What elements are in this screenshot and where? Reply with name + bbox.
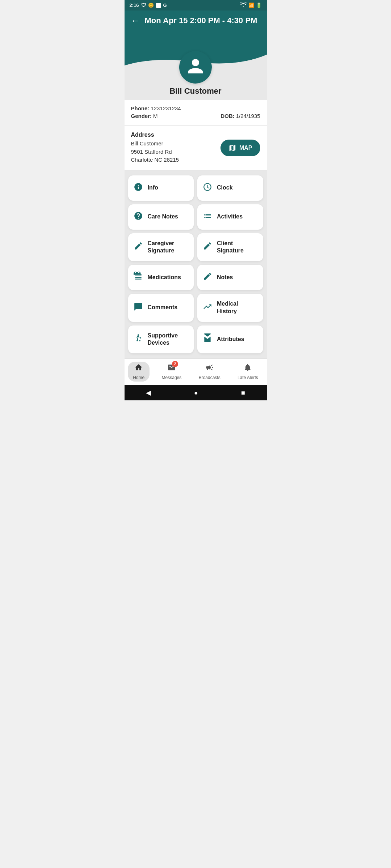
activities-label: Activities: [217, 213, 243, 221]
face-icon: 😊: [148, 3, 154, 8]
patient-name: Bill Customer: [169, 86, 221, 96]
dob-value: 1/24/1935: [236, 113, 260, 119]
grid-item-client-signature[interactable]: Client Signature: [197, 233, 263, 261]
phone-value: 1231231234: [151, 105, 181, 111]
info-label: Info: [148, 184, 158, 192]
wifi-icon: [240, 2, 247, 8]
map-button[interactable]: MAP: [220, 140, 260, 156]
care-notes-icon: [133, 211, 143, 223]
profile-section: Bill Customer: [125, 67, 267, 100]
caregiver-signature-label: Caregiver Signature: [148, 240, 189, 255]
grid-item-activities[interactable]: Activities: [197, 204, 263, 230]
grid-item-attributes[interactable]: Attributes: [197, 326, 263, 354]
grid-item-care-notes[interactable]: Care Notes: [128, 204, 194, 230]
nav-late-alerts[interactable]: Late Alerts: [232, 362, 263, 382]
g-icon: G: [163, 3, 167, 8]
clock-label: Clock: [217, 184, 233, 192]
address-line1: Bill Customer: [131, 140, 179, 148]
status-bar: 2:16 🛡 😊 G 📶 🔋: [125, 0, 267, 10]
nav-messages[interactable]: 2 Messages: [157, 362, 187, 382]
grid-item-medications[interactable]: Medications: [128, 265, 194, 290]
bottom-navigation: Home 2 Messages Broadcasts Late Alerts: [125, 358, 267, 385]
messages-badge: 2: [172, 361, 178, 367]
patient-info: Phone: 1231231234 Gender: M DOB: 1/24/19…: [125, 100, 267, 126]
grid-item-notes[interactable]: Notes: [197, 265, 263, 290]
grid-item-supportive-devices[interactable]: Supportive Devices: [128, 326, 194, 354]
status-right: 📶 🔋: [240, 2, 262, 8]
address-label: Address: [131, 132, 179, 138]
time-display: 2:16: [130, 3, 139, 8]
caregiver-signature-icon: [133, 241, 143, 253]
grid-item-info[interactable]: Info: [128, 175, 194, 201]
address-line2: 9501 Stafford Rd: [131, 148, 179, 156]
map-icon: [228, 144, 236, 152]
late-alerts-label: Late Alerts: [237, 375, 258, 380]
avatar: [179, 51, 212, 84]
clock-icon: [202, 182, 213, 194]
late-alerts-icon: [243, 363, 252, 374]
home-label: Home: [133, 375, 144, 380]
battery-icon: 🔋: [256, 3, 262, 8]
attributes-icon: [202, 333, 213, 345]
client-signature-icon: [202, 241, 213, 253]
broadcasts-icon: [205, 363, 214, 374]
info-icon: [133, 182, 143, 194]
address-line3: Charlotte NC 28215: [131, 156, 179, 164]
header: ← Mon Apr 15 2:00 PM - 4:30 PM: [125, 10, 267, 47]
header-title: Mon Apr 15 2:00 PM - 4:30 PM: [145, 16, 257, 25]
care-notes-label: Care Notes: [148, 213, 178, 221]
comments-icon: [133, 302, 143, 314]
map-label: MAP: [239, 145, 252, 151]
android-nav-bar: ◀ ● ■: [125, 385, 267, 400]
grid-item-comments[interactable]: Comments: [128, 294, 194, 322]
gender-label: Gender:: [131, 113, 152, 119]
square-icon: [156, 3, 161, 8]
dob-label: DOB:: [220, 113, 234, 119]
android-recents[interactable]: ■: [241, 389, 245, 397]
grid-item-clock[interactable]: Clock: [197, 175, 263, 201]
action-grid: Info Clock Care Notes: [128, 175, 263, 354]
grid-item-medical-history[interactable]: Medical History: [197, 294, 263, 322]
client-signature-label: Client Signature: [217, 240, 258, 255]
activities-icon: [202, 211, 213, 223]
nav-broadcasts[interactable]: Broadcasts: [194, 362, 226, 382]
notes-icon: [202, 272, 213, 283]
attributes-label: Attributes: [217, 336, 244, 343]
medical-history-label: Medical History: [217, 300, 258, 315]
gender-value: M: [153, 113, 158, 119]
supportive-devices-icon: [133, 333, 143, 345]
notes-label: Notes: [217, 274, 233, 281]
comments-label: Comments: [148, 304, 178, 311]
medications-icon: [133, 272, 143, 283]
home-icon: [134, 363, 143, 374]
supportive-devices-label: Supportive Devices: [148, 332, 189, 347]
medications-label: Medications: [148, 274, 181, 281]
person-icon: [186, 57, 205, 78]
messages-label: Messages: [162, 375, 182, 380]
nav-home[interactable]: Home: [128, 362, 150, 382]
android-back[interactable]: ◀: [146, 389, 151, 397]
grid-section: Info Clock Care Notes: [125, 170, 267, 359]
medical-history-icon: [202, 302, 213, 314]
address-section: Address Bill Customer 9501 Stafford Rd C…: [125, 126, 267, 170]
phone-label: Phone:: [131, 105, 150, 111]
grid-item-caregiver-signature[interactable]: Caregiver Signature: [128, 233, 194, 261]
broadcasts-label: Broadcasts: [199, 375, 220, 380]
status-left: 2:16 🛡 😊 G: [130, 3, 167, 8]
android-home[interactable]: ●: [194, 389, 198, 397]
shield-icon: 🛡: [141, 3, 146, 8]
signal-icon: 📶: [248, 3, 254, 8]
back-button[interactable]: ←: [131, 16, 140, 26]
